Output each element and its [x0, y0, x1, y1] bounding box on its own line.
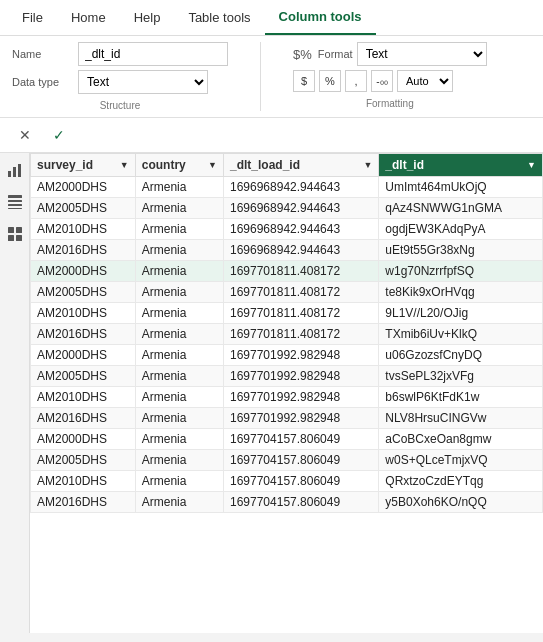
table-row: AM2000DHSArmenia1696968942.944643UmImt46… — [31, 177, 543, 198]
datatype-label: Data type — [12, 76, 72, 88]
format-currency-icon: $% — [293, 47, 312, 62]
percent-btn[interactable]: % — [319, 70, 341, 92]
cancel-button[interactable]: ✕ — [12, 122, 38, 148]
name-row: Name — [12, 42, 228, 66]
datatype-row: Data type Text — [12, 70, 228, 94]
svg-rect-10 — [16, 235, 22, 241]
table-row: AM2005DHSArmenia1697701811.408172te8Kik9… — [31, 282, 543, 303]
name-input[interactable] — [78, 42, 228, 66]
grid-icon[interactable] — [4, 223, 26, 245]
format-label: Format — [318, 48, 353, 60]
col-dropdown-dlt-load-id[interactable]: ▼ — [363, 160, 372, 170]
col-header-dlt-id[interactable]: _dlt_id ▼ — [379, 154, 543, 177]
menu-column-tools[interactable]: Column tools — [265, 0, 376, 35]
table-row: AM2010DHSArmenia1697701992.982948b6swlP6… — [31, 387, 543, 408]
svg-rect-6 — [8, 208, 22, 209]
formatting-section-label: Formatting — [293, 98, 487, 109]
format-select[interactable]: Text — [357, 42, 487, 66]
datatype-select[interactable]: Text — [78, 70, 208, 94]
comma-btn[interactable]: , — [345, 70, 367, 92]
structure-group: Name Data type Text Structure — [12, 42, 228, 111]
chart-icon[interactable] — [4, 159, 26, 181]
table-row: AM2016DHSArmenia1697701811.408172TXmib6i… — [31, 324, 543, 345]
svg-rect-0 — [8, 171, 11, 177]
col-dropdown-survey-id[interactable]: ▼ — [120, 160, 129, 170]
menu-help[interactable]: Help — [120, 0, 175, 35]
table-row: AM2016DHSArmenia1697701992.982948NLV8Hrs… — [31, 408, 543, 429]
svg-rect-1 — [13, 167, 16, 177]
table-row: AM2005DHSArmenia1696968942.944643qAz4SNW… — [31, 198, 543, 219]
table-icon[interactable] — [4, 191, 26, 213]
table-row: AM2010DHSArmenia1697701811.4081729L1V//L… — [31, 303, 543, 324]
table-row: AM2010DHSArmenia1696968942.944643ogdjEW3… — [31, 219, 543, 240]
toolbar: ✕ ✓ — [0, 118, 543, 153]
col-header-survey-id[interactable]: survey_id ▼ — [31, 154, 136, 177]
name-label: Name — [12, 48, 72, 60]
table-row: AM2016DHSArmenia1697704157.806049y5B0Xoh… — [31, 492, 543, 513]
format-icons-row: $ % , -₀₀ Auto — [293, 70, 487, 92]
menu-file[interactable]: File — [8, 0, 57, 35]
col-dropdown-country[interactable]: ▼ — [208, 160, 217, 170]
table-row: AM2000DHSArmenia1697704157.806049aCoBCxe… — [31, 429, 543, 450]
svg-rect-5 — [8, 204, 22, 206]
main-area: survey_id ▼ country ▼ _dlt_load_id — [0, 153, 543, 633]
auto-select[interactable]: Auto — [397, 70, 453, 92]
col-dropdown-dlt-id[interactable]: ▼ — [527, 160, 536, 170]
format-group: $% Format Text $ % , -₀₀ Auto Formatting — [293, 42, 487, 111]
table-row: AM2010DHSArmenia1697704157.806049QRxtzoC… — [31, 471, 543, 492]
svg-rect-7 — [8, 227, 14, 233]
decimal-decrease-btn[interactable]: -₀₀ — [371, 70, 393, 92]
svg-rect-8 — [16, 227, 22, 233]
table-row: AM2005DHSArmenia1697701992.982948tvsSePL… — [31, 366, 543, 387]
ribbon: Name Data type Text Structure $% Format … — [0, 36, 543, 118]
currency-btn[interactable]: $ — [293, 70, 315, 92]
col-header-country[interactable]: country ▼ — [135, 154, 223, 177]
table-header-row: survey_id ▼ country ▼ _dlt_load_id — [31, 154, 543, 177]
svg-rect-3 — [8, 195, 22, 198]
table-row: AM2016DHSArmenia1696968942.944643uEt9t55… — [31, 240, 543, 261]
table-row: AM2000DHSArmenia1697701811.408172w1g70Nz… — [31, 261, 543, 282]
confirm-button[interactable]: ✓ — [46, 122, 72, 148]
svg-rect-9 — [8, 235, 14, 241]
menu-home[interactable]: Home — [57, 0, 120, 35]
menu-bar: File Home Help Table tools Column tools — [0, 0, 543, 36]
format-row: $% Format Text — [293, 42, 487, 66]
data-table: survey_id ▼ country ▼ _dlt_load_id — [30, 153, 543, 513]
structure-section-label: Structure — [12, 100, 228, 111]
ribbon-divider — [260, 42, 261, 111]
table-container: survey_id ▼ country ▼ _dlt_load_id — [30, 153, 543, 633]
menu-table-tools[interactable]: Table tools — [174, 0, 264, 35]
svg-rect-4 — [8, 200, 22, 202]
table-row: AM2005DHSArmenia1697704157.806049w0S+QLc… — [31, 450, 543, 471]
sidebar-strip — [0, 153, 30, 633]
col-header-dlt-load-id[interactable]: _dlt_load_id ▼ — [223, 154, 378, 177]
table-row: AM2000DHSArmenia1697701992.982948u06Gzoz… — [31, 345, 543, 366]
svg-rect-2 — [18, 164, 21, 177]
